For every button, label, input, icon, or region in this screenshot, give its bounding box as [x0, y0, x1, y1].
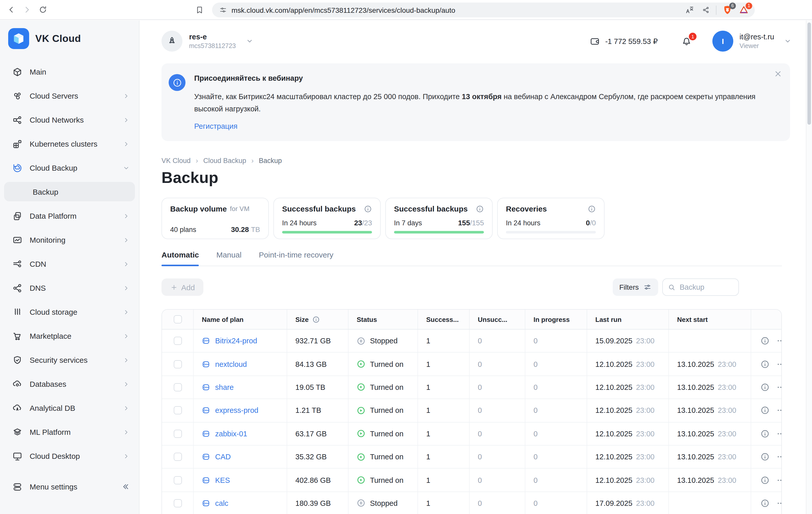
filters-button[interactable]: Filters [613, 278, 658, 296]
sidebar-item-marketplace[interactable]: Marketplace [4, 324, 135, 348]
row-info-icon[interactable] [760, 359, 770, 369]
breadcrumb-item-cloud-backup[interactable]: Cloud Backup [203, 157, 246, 164]
banner-close-icon[interactable] [774, 69, 782, 78]
plan-name-link[interactable]: nextcloud [215, 360, 247, 368]
row-checkbox[interactable] [173, 383, 182, 391]
row-checkbox[interactable] [173, 430, 182, 438]
inprogress-count: 0 [525, 469, 587, 491]
site-settings-icon[interactable] [219, 6, 227, 14]
wallet-icon[interactable] [590, 36, 600, 46]
plan-status: Stopped [349, 492, 418, 514]
browser-reload-icon[interactable] [38, 5, 48, 14]
share-icon[interactable] [702, 6, 710, 14]
sidebar-item-monitoring[interactable]: Monitoring [4, 228, 135, 252]
sidebar-item-cloud-backup[interactable]: Cloud Backup [4, 156, 135, 180]
sidebar-item-cloud-desktop[interactable]: Cloud Desktop [4, 444, 135, 468]
plan-name-link[interactable]: zabbix-01 [215, 430, 247, 438]
row-info-icon[interactable] [760, 452, 770, 461]
row-more-icon[interactable] [776, 476, 782, 485]
sidebar-item-cloud-storage[interactable]: Cloud storage [4, 300, 135, 324]
user-info[interactable]: it@res-t.ru Viewer [740, 33, 774, 50]
row-checkbox[interactable] [173, 499, 182, 507]
stat-card-successful-24h: Successful backups In 24 hours 23/23 [273, 198, 381, 239]
sidebar-item-backup[interactable]: Backup [4, 182, 135, 201]
url-text[interactable]: msk.cloud.vk.com/app/en/mcs5738112723/se… [231, 6, 685, 14]
row-checkbox[interactable] [173, 360, 182, 368]
plan-name-link[interactable]: KES [215, 476, 230, 484]
sidebar-item-cloud-servers[interactable]: Cloud Servers [4, 84, 135, 108]
browser-forward-icon[interactable] [23, 5, 32, 14]
row-actions [751, 353, 781, 375]
row-checkbox[interactable] [173, 406, 182, 415]
avatar[interactable]: I [712, 31, 733, 52]
breadcrumb-item-vk-cloud[interactable]: VK Cloud [162, 157, 191, 164]
row-more-icon[interactable] [776, 359, 782, 369]
table-header: Name of planSizeStatusSuccess...Unsucc..… [162, 310, 781, 330]
sidebar-item-kubernetes-clusters[interactable]: Kubernetes clusters [4, 132, 135, 156]
row-more-icon[interactable] [776, 406, 782, 415]
row-info-icon[interactable] [760, 336, 770, 345]
project-selector[interactable]: res-e mcs5738112723 [162, 31, 253, 52]
sidebar-item-dns[interactable]: DNS [4, 276, 135, 300]
scrollbar[interactable] [806, 21, 812, 514]
add-button[interactable]: Add [162, 278, 203, 296]
table-body: Bitrix24-prod 932.71 GB Stopped 1 0 0 15… [162, 330, 781, 514]
sidebar-item-menu-settings[interactable]: Menu settings [4, 475, 135, 499]
breadcrumb-separator: › [252, 156, 254, 164]
size-info-icon[interactable] [312, 315, 320, 323]
chevron-down-icon[interactable] [784, 37, 791, 45]
row-checkbox[interactable] [173, 337, 182, 345]
next-start: 13.10.202523:00 [669, 353, 751, 375]
row-info-icon[interactable] [760, 476, 770, 485]
scrollbar-thumb[interactable] [807, 23, 811, 125]
tab-manual[interactable]: Manual [216, 250, 241, 266]
row-more-icon[interactable] [776, 452, 782, 461]
registration-link[interactable]: Регистрация [194, 122, 238, 130]
sidebar-item-data-platform[interactable]: Data Platform [4, 204, 135, 228]
sidebar-item-cloud-networks[interactable]: Cloud Networks [4, 108, 135, 132]
brave-shield-extension[interactable]: 6 [723, 5, 732, 15]
sidebar-item-analytical-db[interactable]: Analytical DB [4, 396, 135, 420]
select-all-checkbox[interactable] [173, 315, 182, 324]
row-more-icon[interactable] [776, 336, 782, 345]
last-run: 12.10.202523:00 [587, 376, 669, 399]
browser-back-icon[interactable] [7, 5, 16, 14]
sidebar-item-security-services[interactable]: Security services [4, 348, 135, 372]
backup-plan-icon [202, 453, 210, 461]
plan-name-link[interactable]: CAD [215, 453, 231, 461]
row-more-icon[interactable] [776, 499, 782, 508]
info-icon[interactable] [588, 205, 596, 213]
tab-automatic[interactable]: Automatic [162, 250, 199, 266]
plan-name-link[interactable]: Bitrix24-prod [215, 337, 257, 345]
bookmark-icon[interactable] [195, 6, 204, 14]
address-bar[interactable]: msk.cloud.vk.com/app/en/mcs5738112723/se… [212, 3, 755, 18]
plan-name-link[interactable]: calc [215, 499, 228, 507]
translate-icon[interactable] [685, 6, 694, 14]
sidebar-item-ml-platform[interactable]: ML Platform [4, 420, 135, 444]
notifications-button[interactable]: 1 [681, 36, 692, 47]
row-info-icon[interactable] [760, 499, 770, 508]
tab-point-in-time-recovery[interactable]: Point-in-time recovery [259, 250, 334, 266]
row-info-icon[interactable] [760, 429, 770, 439]
plan-name-link[interactable]: share [215, 383, 234, 391]
row-more-icon[interactable] [776, 429, 782, 439]
vk-cloud-logo[interactable]: VK Cloud [8, 28, 139, 49]
info-icon[interactable] [364, 205, 372, 213]
row-more-icon[interactable] [776, 383, 782, 392]
row-checkbox[interactable] [173, 476, 182, 484]
sidebar-item-main[interactable]: Main [4, 60, 135, 84]
row-info-icon[interactable] [760, 406, 770, 415]
info-icon[interactable] [476, 205, 484, 213]
unsuccess-count: 0 [470, 330, 525, 352]
webinar-banner: Присоединяйтесь к вебинару Узнайте, как … [162, 63, 790, 141]
monitoring-icon [12, 235, 23, 245]
row-checkbox[interactable] [173, 453, 182, 461]
table-row: zabbix-01 63.17 GB Turned on 1 0 0 12.10… [162, 422, 781, 446]
search-input[interactable] [680, 283, 733, 291]
balance[interactable]: -1 772 559.53 ₽ [605, 37, 658, 45]
sidebar-item-cdn[interactable]: CDN [4, 252, 135, 276]
brave-rewards-extension[interactable]: 1 [739, 5, 749, 15]
row-info-icon[interactable] [760, 383, 770, 392]
sidebar-item-databases[interactable]: Databases [4, 372, 135, 396]
plan-name-link[interactable]: express-prod [215, 406, 258, 415]
